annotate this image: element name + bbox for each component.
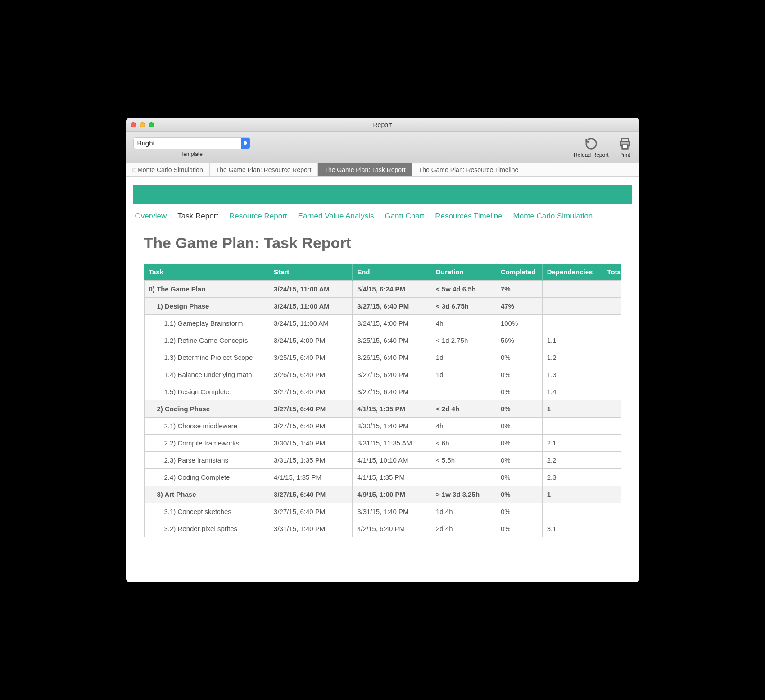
- report-header-bar: [133, 185, 632, 204]
- table-cell: 0%: [496, 469, 542, 486]
- table-cell: < 1d 2.75h: [431, 332, 496, 349]
- report-nav-link[interactable]: Gantt Chart: [385, 212, 424, 221]
- table-cell: [542, 503, 602, 520]
- table-cell: [602, 298, 621, 315]
- table-cell: 4/1/15, 10:10 AM: [353, 452, 431, 469]
- reload-icon: [584, 136, 598, 151]
- table-cell: 2.4) Coding Complete: [144, 469, 269, 486]
- table-cell: 0%: [496, 452, 542, 469]
- template-group: Bright Template: [133, 137, 250, 157]
- table-cell: 0%: [496, 486, 542, 503]
- table-cell: 2.3) Parse framistans: [144, 452, 269, 469]
- table-row: 2.4) Coding Complete4/1/15, 1:35 PM4/1/1…: [144, 469, 621, 486]
- table-row: 1.4) Balance underlying math3/26/15, 6:4…: [144, 366, 621, 383]
- print-label: Print: [619, 152, 630, 158]
- table-cell: 2.2: [542, 452, 602, 469]
- table-cell: < 3d 6.75h: [431, 298, 496, 315]
- reload-label: Reload Report: [574, 152, 608, 158]
- table-cell: 1d: [431, 349, 496, 366]
- table-cell: 1.2: [542, 349, 602, 366]
- report-nav-link[interactable]: Earned Value Analysis: [298, 212, 374, 221]
- table-cell: 3/24/15, 4:00 PM: [353, 315, 431, 332]
- table-cell: 1.1: [542, 332, 602, 349]
- column-header: Task: [144, 264, 269, 281]
- table-row: 2.2) Compile frameworks3/30/15, 1:40 PM3…: [144, 435, 621, 452]
- table-cell: [602, 315, 621, 332]
- report-nav: OverviewTask ReportResource ReportEarned…: [126, 204, 639, 229]
- table-cell: [542, 298, 602, 315]
- table-cell: 47%: [496, 298, 542, 315]
- table-cell: 1.4: [542, 383, 602, 400]
- table-cell: [602, 469, 621, 486]
- table-row: 2.3) Parse framistans3/31/15, 1:35 PM4/1…: [144, 452, 621, 469]
- table-row: 1.1) Gameplay Brainstorm3/24/15, 11:00 A…: [144, 315, 621, 332]
- table-cell: 1d 4h: [431, 503, 496, 520]
- table-cell: [602, 349, 621, 366]
- tab-3[interactable]: The Game Plan: Resource Timeline: [412, 163, 525, 176]
- table-row: 3.1) Concept sketches3/27/15, 6:40 PM3/3…: [144, 503, 621, 520]
- table-cell: 3/27/15, 6:40 PM: [353, 366, 431, 383]
- table-cell: 0%: [496, 349, 542, 366]
- table-cell: 3/26/15, 6:40 PM: [269, 366, 353, 383]
- report-window: Report Bright Template Re: [126, 118, 639, 582]
- table-body: 0) The Game Plan3/24/15, 11:00 AM5/4/15,…: [144, 281, 621, 537]
- tab-0[interactable]: ı: Monte Carlo Simulation: [126, 163, 210, 176]
- reload-report-button[interactable]: Reload Report: [574, 136, 608, 158]
- content-area: OverviewTask ReportResource ReportEarned…: [126, 177, 639, 582]
- table-cell: 0) The Game Plan: [144, 281, 269, 298]
- report-nav-link[interactable]: Overview: [135, 212, 167, 221]
- table-cell: 7%: [496, 281, 542, 298]
- table-cell: 4h: [431, 418, 496, 435]
- table-cell: 4/1/15, 1:35 PM: [353, 400, 431, 418]
- print-icon: [618, 136, 632, 151]
- print-button[interactable]: Print: [618, 136, 632, 158]
- table-cell: 1.4) Balance underlying math: [144, 366, 269, 383]
- column-header: Dependencies: [542, 264, 602, 281]
- table-cell: [602, 332, 621, 349]
- table-cell: 3/24/15, 11:00 AM: [269, 315, 353, 332]
- table-cell: 0%: [496, 366, 542, 383]
- template-select-value: Bright: [137, 139, 155, 147]
- table-cell: 4/1/15, 1:35 PM: [353, 469, 431, 486]
- tabbar: ı: Monte Carlo SimulationThe Game Plan: …: [126, 163, 639, 177]
- report-nav-link[interactable]: Monte Carlo Simulation: [513, 212, 593, 221]
- task-report-table: TaskStartEndDurationCompletedDependencie…: [144, 264, 621, 537]
- table-cell: [602, 281, 621, 298]
- table-row: 2) Coding Phase3/27/15, 6:40 PM4/1/15, 1…: [144, 400, 621, 418]
- table-cell: 3/31/15, 1:40 PM: [353, 503, 431, 520]
- table-cell: [542, 418, 602, 435]
- table-cell: > 1w 3d 3.25h: [431, 486, 496, 503]
- template-select[interactable]: Bright: [133, 137, 250, 149]
- column-header: Start: [269, 264, 353, 281]
- template-label: Template: [181, 151, 203, 157]
- table-cell: [431, 469, 496, 486]
- report-nav-link[interactable]: Resource Report: [229, 212, 287, 221]
- table-cell: 2.1) Choose middleware: [144, 418, 269, 435]
- table-cell: 0%: [496, 400, 542, 418]
- table-cell: [602, 520, 621, 537]
- table-row: 1.3) Determine Project Scope3/25/15, 6:4…: [144, 349, 621, 366]
- table-cell: 3/27/15, 6:40 PM: [269, 383, 353, 400]
- table-cell: 4h: [431, 315, 496, 332]
- column-header: End: [353, 264, 431, 281]
- report-nav-link[interactable]: Task Report: [177, 212, 218, 221]
- table-cell: 4/1/15, 1:35 PM: [269, 469, 353, 486]
- tab-2[interactable]: The Game Plan: Task Report: [318, 163, 412, 176]
- table-cell: 3/31/15, 1:35 PM: [269, 452, 353, 469]
- table-row: 2.1) Choose middleware3/27/15, 6:40 PM3/…: [144, 418, 621, 435]
- report-nav-link[interactable]: Resources Timeline: [435, 212, 502, 221]
- table-cell: [542, 281, 602, 298]
- table-cell: 3/27/15, 6:40 PM: [269, 418, 353, 435]
- table-cell: 3/27/15, 6:40 PM: [269, 503, 353, 520]
- table-cell: 56%: [496, 332, 542, 349]
- table-cell: 4/9/15, 1:00 PM: [353, 486, 431, 503]
- table-cell: 1) Design Phase: [144, 298, 269, 315]
- toolbar: Bright Template Reload Report: [126, 132, 639, 163]
- column-header: Tota: [602, 264, 621, 281]
- tab-1[interactable]: The Game Plan: Resource Report: [210, 163, 318, 176]
- table-cell: 3/27/15, 6:40 PM: [269, 486, 353, 503]
- table-cell: 1.3) Determine Project Scope: [144, 349, 269, 366]
- column-header: Duration: [431, 264, 496, 281]
- table-cell: 1.1) Gameplay Brainstorm: [144, 315, 269, 332]
- table-row: 3) Art Phase3/27/15, 6:40 PM4/9/15, 1:00…: [144, 486, 621, 503]
